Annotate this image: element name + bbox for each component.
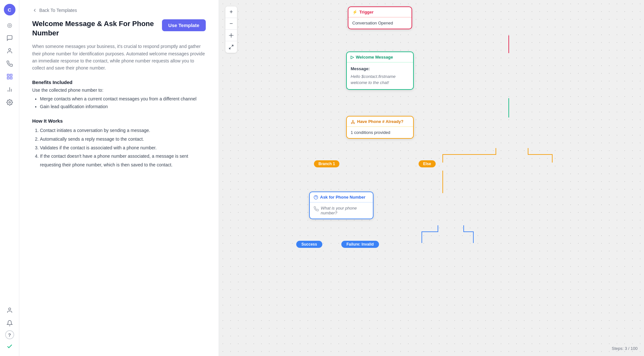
svg-rect-4 xyxy=(7,77,9,79)
center-button[interactable] xyxy=(225,30,237,41)
step-1: Contact initiates a conversation by send… xyxy=(40,126,206,135)
left-panel: Back To Templates Welcome Message & Ask … xyxy=(19,0,219,356)
connectors-svg xyxy=(219,0,644,356)
flows-icon[interactable] xyxy=(4,71,15,82)
benefits-title: Benefits Included xyxy=(32,80,206,85)
step-4: If the contact doesn't have a phone numb… xyxy=(40,152,206,169)
branch-title: Have Phone # Already? xyxy=(357,119,403,124)
svg-point-0 xyxy=(8,49,11,51)
avatar[interactable]: C xyxy=(4,4,15,15)
welcome-body: Message: Hello $contact.firstname welcom… xyxy=(347,62,413,89)
page-title: Welcome Message & Ask For Phone Number xyxy=(32,19,156,38)
trigger-header: ⚡ Trigger xyxy=(348,7,412,17)
step-2: Automatically sends a reply message to t… xyxy=(40,135,206,144)
welcome-title: Welcome Message xyxy=(356,55,393,60)
zoom-out-button[interactable]: − xyxy=(225,18,237,30)
svg-point-17 xyxy=(351,122,353,124)
panel-header: Welcome Message & Ask For Phone Number U… xyxy=(32,19,206,38)
profile-icon[interactable] xyxy=(4,304,15,316)
zoom-in-button[interactable]: + xyxy=(225,6,237,18)
step-3: Validates if the contact is associated w… xyxy=(40,144,206,152)
svg-line-20 xyxy=(352,122,353,123)
ask-node[interactable]: Ask for Phone Number What is your phone … xyxy=(309,192,374,219)
welcome-node[interactable]: ▷ Welcome Message Message: Hello $contac… xyxy=(346,52,414,90)
check-icon[interactable] xyxy=(4,341,15,352)
branch-body: 1 conditions provided xyxy=(347,127,413,138)
success-label: Success xyxy=(296,241,322,248)
back-to-templates-link[interactable]: Back To Templates xyxy=(32,8,206,13)
branch-node[interactable]: Have Phone # Already? 1 conditions provi… xyxy=(346,116,414,139)
svg-point-18 xyxy=(354,122,355,124)
svg-point-8 xyxy=(9,102,10,103)
ask-body: What is your phone number? xyxy=(310,202,373,219)
settings-icon[interactable] xyxy=(4,97,15,108)
trigger-body: Conversation Opened xyxy=(348,17,412,29)
chat-icon[interactable] xyxy=(4,32,15,44)
contacts-icon[interactable] xyxy=(4,45,15,57)
how-it-works-title: How It Works xyxy=(32,118,206,124)
failure-label: Failure: Invalid xyxy=(341,241,379,248)
welcome-message: Hello $contact.firstname welcome to the … xyxy=(351,74,395,85)
use-template-button[interactable]: Use Template xyxy=(162,19,206,31)
else-label: Else xyxy=(419,160,436,167)
welcome-header: ▷ Welcome Message xyxy=(347,52,413,62)
svg-rect-2 xyxy=(10,74,12,76)
reports-icon[interactable] xyxy=(4,84,15,95)
dashboard-icon[interactable]: ◎ xyxy=(4,19,15,31)
ask-message: What is your phone number? xyxy=(321,206,369,215)
sidebar: C ◎ ? xyxy=(0,0,19,356)
svg-line-12 xyxy=(229,47,231,49)
svg-line-21 xyxy=(353,122,354,123)
benefit-item-2: Gain lead qualification information xyxy=(40,103,206,111)
svg-line-11 xyxy=(232,45,233,47)
help-icon[interactable]: ? xyxy=(5,330,14,339)
svg-point-16 xyxy=(352,120,354,121)
steps-counter: Steps: 3 / 100 xyxy=(612,346,638,351)
welcome-label: Message: xyxy=(351,66,409,72)
svg-rect-3 xyxy=(10,77,12,79)
ask-title: Ask for Phone Number xyxy=(320,195,365,200)
svg-point-10 xyxy=(231,35,232,36)
fit-button[interactable] xyxy=(225,41,237,53)
notifications-icon[interactable] xyxy=(4,317,15,329)
benefits-list: Merge contacts when a current contact me… xyxy=(32,95,206,111)
flow-canvas[interactable]: + − ⚡ Trigger Conversation Opened xyxy=(219,0,644,356)
branch1-label: Branch 1 xyxy=(314,160,339,167)
panel-description: When someone messages your business, it'… xyxy=(32,43,206,72)
benefit-item-1: Merge contacts when a current contact me… xyxy=(40,95,206,103)
benefits-subtitle: Use the collected phone number to: xyxy=(32,88,206,93)
steps-list: Contact initiates a conversation by send… xyxy=(32,126,206,169)
zoom-controls: + − xyxy=(225,6,237,53)
ask-header: Ask for Phone Number xyxy=(310,192,373,202)
broadcast-icon[interactable] xyxy=(4,58,15,70)
back-label: Back To Templates xyxy=(39,8,77,13)
svg-point-9 xyxy=(8,308,11,310)
trigger-node[interactable]: ⚡ Trigger Conversation Opened xyxy=(348,6,412,29)
svg-rect-1 xyxy=(7,74,9,76)
trigger-title: Trigger xyxy=(359,10,374,14)
branch-header: Have Phone # Already? xyxy=(347,117,413,127)
